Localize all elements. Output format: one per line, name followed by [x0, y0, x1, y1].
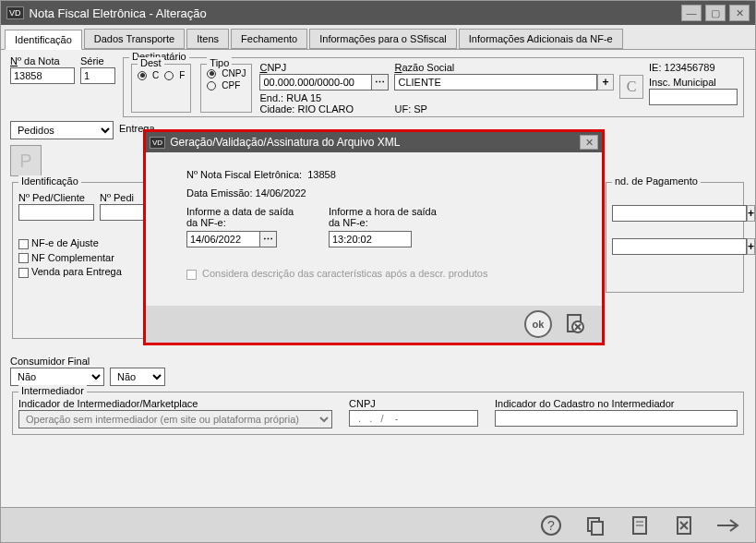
modal-consider-label: Considera descrição das características … — [202, 268, 487, 279]
cond-pag-add-2[interactable]: + — [747, 238, 755, 255]
tab-identificacao[interactable]: Identificação — [5, 30, 82, 50]
modal-nota-value: 13858 — [307, 169, 336, 180]
modal-ok-button[interactable]: ok — [524, 310, 552, 338]
ped-label: Nº Pedi — [100, 192, 146, 203]
modal-title-text: Geração/Validação/Assinatura do Arquivo … — [170, 136, 400, 149]
insc-input[interactable] — [649, 89, 738, 105]
ped-input[interactable] — [100, 204, 146, 221]
serie-input[interactable] — [80, 67, 115, 84]
intermediador-group: Intermediador Indicador de Intermediador… — [12, 392, 744, 435]
modal-hora-label: Informe a hora de saída da NF-e: — [329, 206, 449, 230]
tab-info-adicionais[interactable]: Informações Adicionais da NF-e — [459, 29, 623, 49]
cond-pag-legend: nd. de Pagamento — [612, 175, 701, 187]
maximize-button[interactable]: ▢ — [705, 5, 726, 21]
consumidor-label: Consumidor Final — [10, 356, 104, 367]
ie-value: 123456789 — [665, 62, 715, 73]
modal-data-input[interactable] — [186, 231, 260, 247]
modal-close-button[interactable]: ✕ — [580, 135, 598, 150]
ped-cli-input[interactable] — [18, 204, 94, 221]
svg-rect-3 — [592, 522, 603, 535]
next-icon[interactable] — [714, 512, 742, 539]
cond-pag-input-2[interactable] — [612, 238, 747, 255]
dest-f-radio[interactable] — [164, 71, 174, 80]
cidade-value: RIO CLARO — [297, 103, 354, 115]
venda-entrega-check[interactable] — [18, 268, 29, 278]
cond-pag-input-1[interactable] — [612, 205, 747, 222]
cond-pagamento-group: nd. de Pagamento + + — [606, 182, 744, 293]
tipo-cpf-radio[interactable] — [207, 81, 216, 90]
xml-modal: VD Geração/Validação/Assinatura do Arqui… — [143, 129, 605, 345]
cidade-label: Cidade: — [259, 103, 294, 115]
modal-cancel-icon[interactable] — [561, 310, 589, 338]
ped-cli-label: Nº Ped/Cliente — [18, 192, 94, 203]
nf-compl-check[interactable] — [18, 253, 29, 263]
modal-titlebar: VD Geração/Validação/Assinatura do Arqui… — [146, 132, 602, 152]
minimize-button[interactable]: — — [681, 5, 702, 21]
p-button[interactable]: P — [10, 145, 42, 176]
ind-intermed-select[interactable]: Operação sem intermediador (em site ou p… — [18, 410, 332, 428]
consumidor-select[interactable]: Não — [10, 368, 104, 386]
modal-hora-input[interactable] — [329, 231, 412, 247]
svg-text:?: ? — [547, 518, 555, 533]
dest-label: Dest — [138, 57, 164, 68]
c-button[interactable]: C — [619, 75, 643, 99]
tab-bar: Identificação Dados Transporte Itens Fec… — [1, 25, 755, 50]
serie-label: Série — [80, 55, 115, 66]
modal-data-label: Informe a data de saída da NF-e: — [186, 206, 306, 230]
n-nota-input[interactable] — [10, 67, 75, 84]
intermediador-legend: Intermediador — [18, 385, 87, 396]
nfe-ajuste-check[interactable] — [18, 239, 29, 249]
modal-consider-check — [186, 270, 197, 280]
sel2[interactable]: Não — [110, 368, 165, 386]
window-title: Nota Fiscal Eletrônica - Alteração — [30, 6, 207, 20]
insc-label: Insc. Municipal — [649, 77, 738, 88]
copy-icon[interactable] — [582, 512, 609, 539]
tab-fechamento[interactable]: Fechamento — [231, 29, 307, 49]
cond-pag-add-1[interactable]: + — [747, 205, 755, 222]
razao-input[interactable] — [394, 74, 597, 90]
end-value: RUA 15 — [286, 92, 321, 103]
cancel-icon[interactable] — [670, 512, 698, 539]
close-button[interactable]: ✕ — [729, 5, 750, 21]
tab-ssfiscal[interactable]: Informações para o SSfiscal — [309, 29, 457, 49]
intermed-cad-input[interactable] — [495, 410, 738, 427]
modal-emissao-value: 14/06/2022 — [256, 187, 306, 199]
titlebar: VD Nota Fiscal Eletrônica - Alteração — … — [1, 1, 755, 25]
end-label: End.: — [259, 92, 283, 103]
xml-icon[interactable] — [626, 512, 654, 539]
cnpj-input[interactable] — [259, 74, 372, 90]
modal-date-picker-button[interactable]: ⋯ — [260, 231, 277, 247]
destinatario-group: Destinatário Dest C F Tipo CNPJ CPF — [123, 57, 744, 117]
intermed-cnpj-label: CNPJ — [349, 398, 478, 409]
modal-nota-label: Nº Nota Fiscal Eletrônica: — [186, 169, 302, 180]
tab-itens[interactable]: Itens — [186, 29, 229, 49]
app-badge: VD — [6, 6, 24, 19]
ie-label: IE: — [649, 62, 661, 73]
tipo-label: Tipo — [207, 57, 232, 68]
modal-emissao-label: Data Emissão: — [186, 187, 253, 199]
pedidos-select[interactable]: Pedidos — [10, 121, 114, 139]
n-nota-label: NNº da Notaº da Nota — [10, 55, 75, 66]
modal-badge: VD — [150, 137, 165, 149]
tipo-cnpj-radio[interactable] — [207, 69, 216, 78]
cnpj-label: CNPJ — [259, 62, 389, 73]
tab-dados-transporte[interactable]: Dados Transporte — [84, 29, 185, 49]
intermed-cnpj-input[interactable] — [349, 410, 478, 427]
identificacao-legend: Identificação — [18, 175, 81, 187]
ind-intermed-label: Indicador de Intermediador/Marketplace — [18, 398, 332, 409]
bottom-toolbar: ? — [1, 507, 755, 542]
cnpj-picker-button[interactable]: ⋯ — [372, 74, 389, 90]
dest-c-radio[interactable] — [138, 71, 147, 80]
razao-label: Razão Social — [394, 62, 614, 73]
help-icon[interactable]: ? — [537, 512, 565, 539]
razao-add-button[interactable]: + — [597, 74, 614, 90]
intermed-cad-label: Indicador do Cadastro no Intermediador — [495, 398, 738, 409]
